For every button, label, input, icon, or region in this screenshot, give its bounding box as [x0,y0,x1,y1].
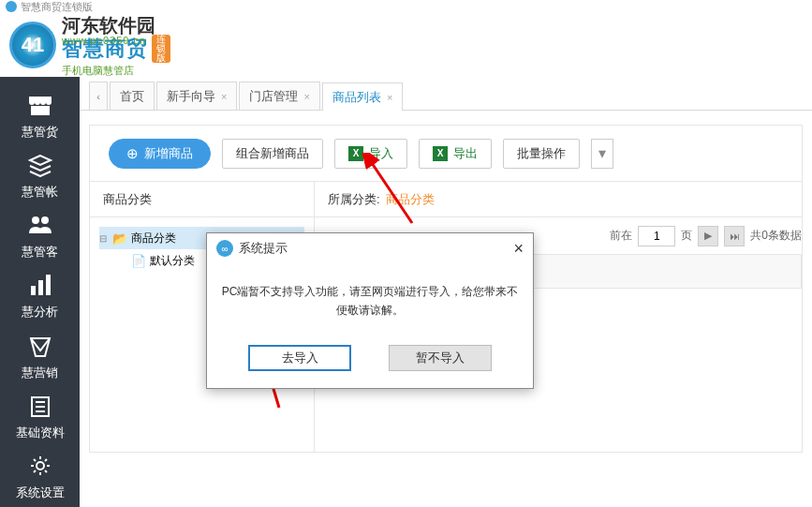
category-path: 所属分类: 商品分类 [315,182,802,217]
sidebar-item-goods[interactable]: 慧管货 [0,86,80,146]
excel-icon: X [433,146,448,161]
sidebar-item-label: 慧管货 [22,124,58,141]
import-button[interactable]: X 导入 [334,139,407,169]
logo-icon: 41 [9,22,56,68]
plus-icon: ⊕ [126,145,139,162]
close-icon[interactable]: × [221,91,227,102]
sidebar-item-marketing[interactable]: 慧营销 [0,327,80,387]
sidebar-item-label: 基础资料 [16,425,65,441]
gear-icon [25,453,55,479]
customers-icon [25,212,55,238]
pager-last-button[interactable]: ⏭ [724,226,745,246]
sidebar-item-data[interactable]: 基础资料 [0,387,80,447]
system-dialog: ∞ 系统提示 × PC端暂不支持导入功能，请至网页端进行导入，给您带来不便敬请谅… [206,232,534,389]
svg-rect-2 [31,286,36,295]
pager-page-label: 页 [681,228,692,244]
sidebar-item-customers[interactable]: 慧管客 [0,206,80,266]
logo-title: 河东软件园 [62,15,155,36]
go-import-button[interactable]: 去导入 [248,345,351,371]
sidebar-item-analytics[interactable]: 慧分析 [0,266,80,326]
pager-next-button[interactable]: ▶ [698,226,718,246]
svg-rect-4 [46,275,51,295]
button-label: 导入 [369,145,393,162]
svg-point-1 [41,216,49,224]
dialog-titlebar: ∞ 系统提示 × [207,233,533,263]
data-icon [25,393,55,419]
batch-button[interactable]: 批量操作 [503,139,580,169]
page-input[interactable] [638,226,675,246]
dialog-title: 系统提示 [239,240,288,257]
sidebar-item-label: 慧分析 [22,304,58,321]
svg-rect-3 [38,280,43,295]
storefront-icon [25,92,55,118]
tree-label: 默认分类 [150,253,195,269]
window-titlebar: 智慧商贸连锁版 [0,0,812,13]
sidebar-item-label: 慧管客 [22,244,58,261]
logo-subtitle: 手机电脑慧管店 [62,65,134,76]
button-label: 组合新增商品 [236,145,309,162]
close-icon[interactable]: × [387,92,392,103]
ledger-icon [25,152,55,178]
sidebar-item-settings[interactable]: 系统设置 [0,447,80,507]
logo-url: www.pc0359.cn [62,35,146,46]
pager-label: 前在 [610,228,632,244]
svg-point-0 [32,216,39,224]
window-title: 智慧商贸连锁版 [21,0,93,14]
button-label: 新增商品 [144,145,193,162]
folder-open-icon: 📂 [112,231,127,246]
button-label: 批量操作 [517,145,566,162]
pager-total: 共0条数据 [750,228,802,244]
sidebar-item-label: 慧营销 [22,365,58,381]
toolbar: ⊕ 新增商品 组合新增商品 X 导入 X 导出 批量操作 ▾ [89,125,803,181]
tab-guide[interactable]: 新手向导 × [156,82,237,110]
button-label: 导出 [453,145,478,162]
tab-products[interactable]: 商品列表 × [322,82,403,111]
file-icon: 📄 [131,254,146,268]
category-label: 所属分类: [328,191,380,208]
export-button[interactable]: X 导出 [419,139,492,169]
app-header: 41 河东软件园 智慧商贸 连锁版 手机电脑慧管店 www.pc0359.cn [0,13,812,77]
dialog-footer: 去导入 暂不导入 [207,336,533,388]
tab-label: 门店管理 [249,88,298,105]
excel-icon: X [348,146,363,161]
sidebar-item-label: 系统设置 [16,485,65,501]
tab-bar: ‹ 首页 新手向导 × 门店管理 × 商品列表 × [80,77,812,111]
tab-home[interactable]: 首页 [110,82,155,110]
edition-badge: 连锁版 [152,35,170,63]
category-value: 商品分类 [386,191,435,208]
combo-add-button[interactable]: 组合新增商品 [222,139,323,169]
tab-stores[interactable]: 门店管理 × [239,82,319,110]
tab-label: 商品列表 [332,89,381,106]
sidebar: 慧管货 慧管帐 慧管客 慧分析 慧营销 [0,77,80,507]
dialog-message: PC端暂不支持导入功能，请至网页端进行导入，给您带来不便敬请谅解。 [207,263,533,336]
add-product-button[interactable]: ⊕ 新增商品 [109,139,211,169]
logo: 41 河东软件园 智慧商贸 连锁版 手机电脑慧管店 www.pc0359.cn [9,13,170,78]
app-icon [6,1,17,12]
close-icon[interactable]: × [303,91,309,102]
tab-back-button[interactable]: ‹ [89,82,108,110]
sidebar-item-ledger[interactable]: 慧管帐 [0,146,80,206]
analytics-icon [25,272,55,298]
batch-dropdown[interactable]: ▾ [591,139,613,169]
tree-label: 商品分类 [131,231,176,246]
sidebar-item-label: 慧管帐 [22,184,58,201]
cancel-import-button[interactable]: 暂不导入 [389,345,492,371]
close-button[interactable]: × [513,239,524,259]
collapse-icon[interactable]: ⊟ [99,233,109,244]
tab-label: 新手向导 [167,88,215,105]
dialog-icon: ∞ [216,240,233,257]
marketing-icon [25,333,55,359]
svg-point-9 [37,462,44,470]
tab-label: 首页 [120,88,144,105]
panel-title: 商品分类 [90,182,314,217]
